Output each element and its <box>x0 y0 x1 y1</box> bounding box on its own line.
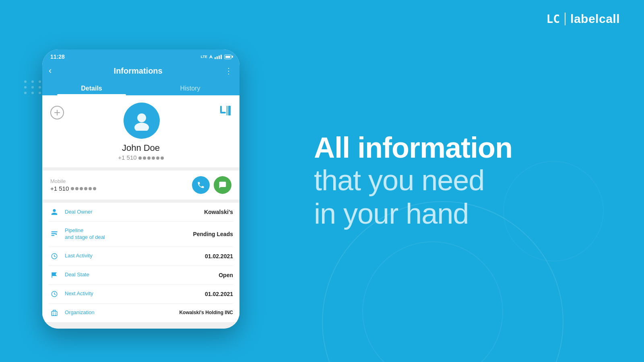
info-section: Deal Owner Kowalski's Pipelineand stage … <box>42 203 239 322</box>
headline-line2: that you need <box>314 164 484 197</box>
headline-line1: All information <box>314 132 512 164</box>
person-icon <box>49 208 60 216</box>
pipeline-icon <box>49 230 60 238</box>
svg-rect-6 <box>220 112 226 113</box>
call-button[interactable] <box>192 176 210 194</box>
flag-icon <box>49 272 60 279</box>
avatar <box>124 103 160 139</box>
contact-name: John Doe <box>122 143 160 153</box>
tab-bar: Details History <box>42 81 239 95</box>
labelcall-small-icon <box>219 105 231 117</box>
lte-icon: LTE <box>201 55 207 59</box>
masked-mobile-dots <box>71 187 96 190</box>
last-activity-value: 01.02.2021 <box>205 253 233 259</box>
next-activity-label: Next Activity <box>65 290 200 297</box>
left-panel: 11:28 LTE ‹ Informations ⋮ <box>0 0 282 362</box>
svg-rect-19 <box>53 315 54 315</box>
info-row-organization: Organization Kowalski's Holding INC <box>49 304 233 322</box>
building-icon <box>49 309 60 317</box>
logo-lc-icon: LC <box>546 12 560 26</box>
deal-state-value: Open <box>219 272 233 278</box>
profile-section: John Doe +1 510 <box>42 95 239 167</box>
deal-state-label: Deal State <box>65 272 214 278</box>
svg-rect-16 <box>52 311 57 316</box>
organization-label: Organization <box>65 309 174 316</box>
app-header: ‹ Informations ⋮ <box>42 62 239 81</box>
masked-phone-dots <box>138 156 164 160</box>
signal-bars-icon <box>215 55 222 59</box>
info-row-deal-owner: Deal Owner Kowalski's <box>49 203 233 222</box>
header-title: Informations <box>114 66 163 76</box>
phone-icon <box>197 181 205 189</box>
contact-phone: +1 510 <box>118 154 163 161</box>
person-avatar-icon <box>132 111 152 131</box>
info-row-last-activity: Last Activity 01.02.2021 <box>49 247 233 266</box>
tab-history[interactable]: History <box>141 81 239 95</box>
svg-rect-8 <box>228 106 231 115</box>
pipeline-value: Pending Leads <box>193 231 233 237</box>
svg-rect-9 <box>52 231 58 232</box>
status-icons: LTE <box>201 55 231 59</box>
last-activity-label: Last Activity <box>65 253 200 259</box>
message-icon <box>219 181 227 189</box>
back-button[interactable]: ‹ <box>49 66 52 76</box>
right-panel: LC labelcall All information that you ne… <box>282 0 644 362</box>
add-button[interactable] <box>50 106 64 119</box>
svg-rect-17 <box>53 313 54 313</box>
avatar-wrap <box>124 103 160 139</box>
svg-rect-18 <box>55 313 56 313</box>
deal-owner-label: Deal Owner <box>65 209 199 216</box>
svg-point-3 <box>137 113 146 122</box>
profile-top <box>50 103 231 139</box>
phone-mockup: 11:28 LTE ‹ Informations ⋮ <box>42 49 239 329</box>
plus-icon <box>54 109 60 116</box>
svg-point-4 <box>134 123 149 131</box>
mobile-number: +1 510 <box>50 185 96 192</box>
organization-value: Kowalski's Holding INC <box>179 310 233 316</box>
status-bar: 11:28 LTE <box>42 49 239 62</box>
message-button[interactable] <box>214 176 231 194</box>
svg-rect-7 <box>227 106 227 115</box>
menu-button[interactable]: ⋮ <box>225 66 233 76</box>
logo-area: LC labelcall <box>546 12 620 26</box>
svg-rect-11 <box>52 235 55 236</box>
mobile-section: Mobile +1 510 <box>42 171 239 200</box>
logo-divider <box>565 12 566 25</box>
deal-owner-value: Kowalski's <box>204 209 233 215</box>
mobile-info: Mobile +1 510 <box>50 178 96 192</box>
logo-brand-name: labelcall <box>570 12 620 26</box>
tab-details[interactable]: Details <box>42 81 141 95</box>
pipeline-label: Pipelineand stage of deal <box>65 227 188 241</box>
svg-rect-20 <box>55 315 56 315</box>
content-area: John Doe +1 510 Mobile +1 510 <box>42 95 239 329</box>
signal-arrow-icon <box>209 55 213 59</box>
clock-icon-next <box>49 290 60 298</box>
headline-line3: in your hand <box>314 197 469 230</box>
mobile-actions <box>192 176 231 194</box>
info-row-next-activity: Next Activity 01.02.2021 <box>49 285 233 304</box>
info-row-deal-state: Deal State Open <box>49 266 233 285</box>
info-row-pipeline: Pipelineand stage of deal Pending Leads <box>49 222 233 247</box>
status-time: 11:28 <box>50 53 65 60</box>
svg-rect-10 <box>52 233 56 234</box>
svg-marker-0 <box>209 55 213 59</box>
clock-icon-last <box>49 253 60 260</box>
mobile-label: Mobile <box>50 178 96 184</box>
next-activity-value: 01.02.2021 <box>205 291 233 297</box>
lc-brand-icon <box>219 105 231 117</box>
battery-icon <box>224 55 231 59</box>
